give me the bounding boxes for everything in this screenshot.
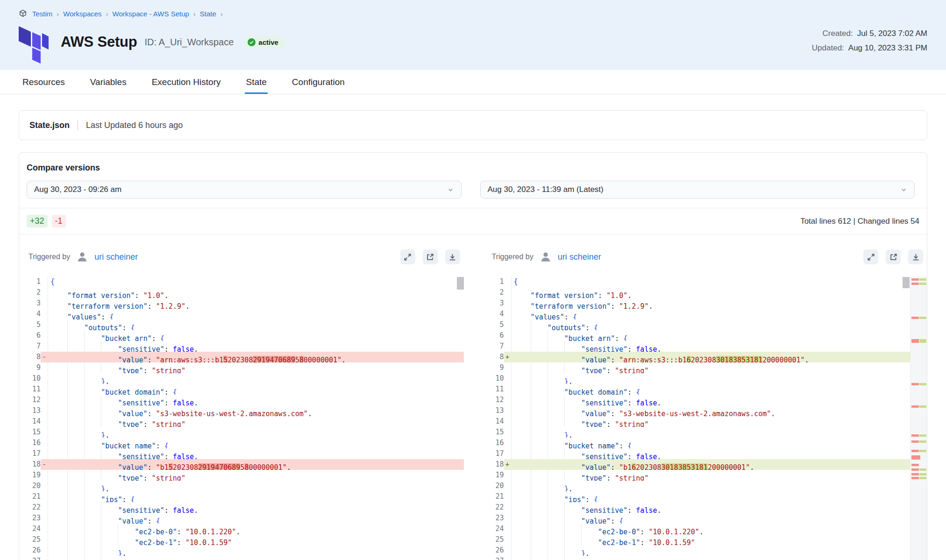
version-select-left[interactable]: Aug 30, 2023 - 09:26 am (27, 181, 462, 198)
token: "10.0.1.220" (648, 528, 699, 534)
line-number: 7 (19, 341, 41, 352)
line-number: 24 (483, 524, 504, 534)
token: false (636, 506, 657, 513)
avatar-icon (540, 251, 552, 263)
indent-guide (101, 362, 118, 373)
scrollbar-thumb[interactable] (457, 277, 464, 290)
token: false (636, 453, 657, 459)
code-text: "value": "b1520230829194706895800000001"… (48, 459, 464, 470)
ruler-mark-removed (911, 317, 919, 319)
code-text: "ips": { (511, 491, 927, 502)
diff-overview-ruler[interactable] (910, 276, 927, 560)
expand-button[interactable] (863, 249, 878, 264)
indent-guide (514, 362, 531, 373)
workspace-header: Testim›Workspaces›Workspace - AWS Setup›… (0, 0, 946, 70)
marker-spacer (504, 373, 511, 384)
token: "value" (118, 410, 147, 416)
page-title: AWS Setup (61, 34, 137, 50)
changed-text-highlight: 5 (223, 356, 228, 362)
triggered-by-user-link[interactable]: uri scheiner (558, 252, 601, 262)
token: "10.0.1.220" (185, 528, 236, 534)
indent-guide (118, 534, 135, 545)
indent-guide (564, 556, 581, 560)
indent-guide (67, 362, 84, 373)
indent-guide (531, 502, 548, 513)
indent-guide (50, 470, 67, 481)
deletions-badge: -1 (52, 215, 66, 227)
breadcrumb-item-state[interactable]: State (200, 10, 216, 18)
token: , (105, 377, 109, 384)
diff-line: 4"values": { (19, 309, 464, 319)
token: { (131, 324, 135, 330)
token: : (156, 442, 164, 448)
indent-guide (531, 470, 548, 481)
chevron-right-icon: › (106, 10, 108, 18)
token: , (105, 431, 109, 438)
indent-guide (50, 556, 67, 560)
expand-button[interactable] (400, 249, 415, 264)
tab-state[interactable]: State (245, 70, 267, 94)
download-button[interactable] (908, 249, 923, 264)
indent-guide (531, 438, 548, 448)
indent-guide (548, 448, 564, 459)
marker-spacer (41, 416, 48, 427)
token: , (194, 345, 198, 352)
marker-spacer (504, 545, 511, 556)
ruler-mark-added (919, 434, 926, 437)
token: : (606, 474, 615, 481)
diff-line: 17"sensitive": false, (483, 448, 927, 459)
indent-guide (514, 395, 531, 405)
line-number: 3 (483, 298, 504, 309)
token: } (101, 485, 105, 491)
code-text: "value": "s3-website-us-west-2.amazonaws… (511, 405, 927, 416)
indent-guide (50, 513, 67, 524)
version-select-right[interactable]: Aug 30, 2023 - 11:39 am (Latest) (480, 181, 915, 198)
diff-line-changed: 18-"value": "b15202308291947068958000000… (19, 459, 464, 470)
indent-guide (514, 491, 531, 502)
token: : (177, 528, 185, 534)
token: "string" (615, 420, 648, 427)
tab-resources[interactable]: Resources (21, 70, 66, 94)
line-number: 10 (483, 373, 504, 384)
scrollbar-thumb[interactable] (903, 277, 910, 288)
diff-line: 13"value": "s3-website-us-west-2.amazona… (19, 405, 464, 416)
indent-guide (67, 427, 84, 438)
token: 200000001" (762, 356, 804, 362)
line-number: 2 (19, 287, 41, 298)
line-number: 14 (483, 416, 504, 427)
code-text: "ec2-be-1": "10.0.1.59" (48, 534, 464, 545)
tab-configuration[interactable]: Configuration (291, 70, 346, 94)
diff-panes: Triggered byuri scheiner1{2"format_versi… (19, 234, 927, 560)
ruler-mark (911, 468, 926, 471)
code-editor-right[interactable]: 1{2"format_version": "1.0",3"terraform_v… (483, 276, 927, 560)
code-editor-left[interactable]: 1{2"format_version": "1.0",3"terraform_v… (19, 276, 464, 560)
token: , (185, 302, 190, 309)
marker-spacer (504, 362, 511, 373)
indent-guide (531, 556, 548, 560)
code-text: "values": { (511, 309, 927, 319)
breadcrumb-item-workspaces[interactable]: Workspaces (63, 10, 101, 18)
download-button[interactable] (445, 249, 460, 264)
line-number: 10 (19, 373, 41, 384)
breadcrumb-item-testim[interactable]: Testim (32, 10, 52, 18)
token: "value" (118, 517, 147, 524)
open-in-new-button[interactable] (886, 249, 901, 264)
line-number: 25 (19, 534, 41, 545)
triggered-by-user-link[interactable]: uri scheiner (94, 252, 138, 262)
diff-line: 24"ec2-be-0": "10.0.1.220", (19, 524, 464, 534)
line-number: 22 (19, 502, 41, 513)
indent-guide (531, 545, 548, 556)
compare-card: Compare versions Aug 30, 2023 - 09:26 am… (19, 152, 927, 560)
tab-execution-history[interactable]: Execution History (151, 70, 222, 94)
code-text: "type": "string" (511, 470, 927, 481)
breadcrumb-item-workspace-aws-setup[interactable]: Workspace - AWS Setup (113, 10, 189, 18)
token: , (194, 506, 198, 513)
token: "bucket_name" (564, 442, 619, 448)
tab-variables[interactable]: Variables (89, 70, 128, 94)
diff-line: 10}, (19, 373, 464, 384)
additions-badge: +32 (27, 215, 48, 227)
open-in-new-button[interactable] (423, 249, 438, 264)
indent-guide (50, 524, 67, 534)
marker-spacer (504, 438, 511, 448)
indent-guide (548, 362, 564, 373)
